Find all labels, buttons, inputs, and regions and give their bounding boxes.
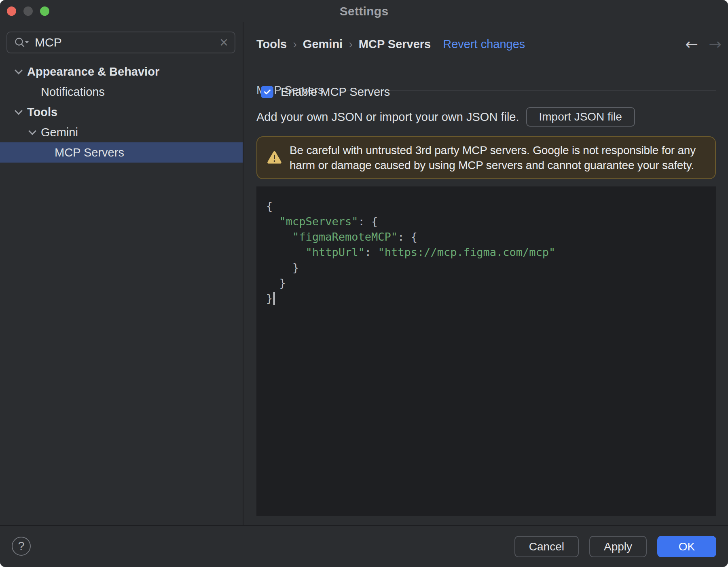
minimize-window-button[interactable]: [23, 6, 33, 16]
sidebar-item-mcp-servers[interactable]: MCP Servers: [0, 142, 243, 163]
search-icon[interactable]: [13, 36, 30, 49]
code-line: }: [266, 260, 716, 275]
search-input[interactable]: [35, 36, 220, 49]
checkmark-icon: [263, 87, 272, 96]
add-json-text: Add your own JSON or import your own JSO…: [256, 110, 519, 124]
code-line: "httpUrl": "https://mcp.figma.com/mcp": [266, 245, 716, 260]
chevron-down-icon[interactable]: [29, 128, 41, 136]
history-nav: ← →: [685, 36, 722, 52]
clear-search-icon[interactable]: ×: [220, 35, 228, 50]
sidebar-item-label: MCP Servers: [55, 146, 124, 159]
footer-bar: ? CancelApplyOK: [0, 525, 728, 567]
chevron-down-icon[interactable]: [15, 108, 27, 116]
breadcrumb-row: Tools›Gemini›MCP Servers Revert changes …: [256, 35, 722, 53]
cancel-button[interactable]: Cancel: [514, 536, 579, 557]
forward-icon[interactable]: →: [709, 36, 722, 52]
chevron-down-icon: [29, 88, 41, 96]
warning-text: Be careful with untrusted 3rd party MCP …: [290, 143, 700, 173]
settings-tree: Appearance & BehaviorNotificationsToolsG…: [0, 61, 243, 163]
titlebar: Settings: [0, 0, 728, 22]
zoom-window-button[interactable]: [40, 6, 49, 16]
sidebar-item-label: Appearance & Behavior: [27, 65, 159, 78]
code-line: "mcpServers": {: [266, 214, 716, 229]
window-title: Settings: [0, 0, 728, 22]
enable-mcp-label: Enable MCP Servers: [281, 85, 390, 99]
search-box[interactable]: ×: [6, 32, 235, 53]
chevron-down-icon: [42, 148, 55, 157]
sidebar-item-label: Tools: [27, 106, 57, 119]
close-window-button[interactable]: [7, 6, 16, 16]
text-cursor: [273, 292, 275, 305]
back-icon[interactable]: ←: [685, 36, 698, 52]
code-line: {: [266, 199, 716, 214]
section-divider: [334, 90, 716, 91]
breadcrumb: Tools›Gemini›MCP Servers: [256, 38, 431, 51]
enable-mcp-row[interactable]: Enable MCP Servers: [261, 85, 390, 98]
sidebar-item-tools[interactable]: Tools: [0, 102, 243, 122]
settings-content: Tools›Gemini›MCP Servers Revert changes …: [244, 22, 728, 525]
json-editor[interactable]: { "mcpServers": { "figmaRemoteMCP": { "h…: [256, 186, 716, 516]
add-json-row: Add your own JSON or import your own JSO…: [256, 107, 635, 127]
breadcrumb-separator: ›: [293, 38, 297, 51]
code-line: }: [266, 291, 716, 306]
sidebar-item-gemini[interactable]: Gemini: [0, 122, 243, 142]
ok-button[interactable]: OK: [657, 536, 716, 557]
warning-triangle-icon: [267, 151, 282, 165]
breadcrumb-separator: ›: [349, 38, 353, 51]
sidebar-item-notifications[interactable]: Notifications: [0, 82, 243, 102]
sidebar-item-label: Notifications: [41, 85, 105, 99]
sidebar-item-label: Gemini: [41, 126, 78, 139]
breadcrumb-mcp-servers[interactable]: MCP Servers: [359, 38, 431, 51]
settings-sidebar: × Appearance & BehaviorNotificationsTool…: [0, 22, 243, 525]
dialog-buttons: CancelApplyOK: [514, 536, 716, 557]
code-line: "figmaRemoteMCP": {: [266, 229, 716, 245]
traffic-lights: [7, 6, 49, 16]
json-code: { "mcpServers": { "figmaRemoteMCP": { "h…: [266, 199, 716, 306]
question-mark-icon: ?: [18, 539, 24, 553]
code-line: }: [266, 275, 716, 291]
import-json-file-button[interactable]: Import JSON file: [526, 107, 635, 127]
sidebar-item-appearance-behavior[interactable]: Appearance & Behavior: [0, 61, 243, 82]
revert-changes-link[interactable]: Revert changes: [443, 38, 525, 51]
warning-banner: Be careful with untrusted 3rd party MCP …: [256, 136, 716, 179]
help-button[interactable]: ?: [12, 537, 31, 556]
breadcrumb-tools[interactable]: Tools: [256, 38, 287, 51]
apply-button[interactable]: Apply: [589, 536, 647, 557]
enable-mcp-checkbox[interactable]: [261, 86, 273, 98]
chevron-down-icon[interactable]: [15, 68, 27, 76]
settings-window: Settings × Appearance & BehaviorNotifica…: [0, 0, 728, 567]
breadcrumb-gemini[interactable]: Gemini: [303, 38, 343, 51]
